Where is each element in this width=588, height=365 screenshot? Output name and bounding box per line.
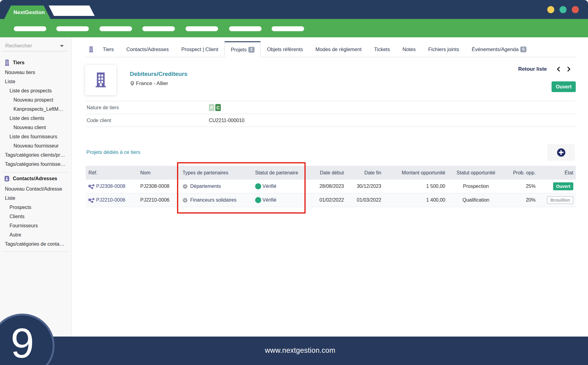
tab-objets-referents[interactable]: Objets référents [261,41,309,57]
sidebar-item-tags-contacts[interactable]: Tags/catégories de conta… [0,240,71,249]
sidebar-item-prospects[interactable]: Prospects [0,203,71,212]
record-status-button[interactable]: Ouvert [552,81,576,92]
tab-evenements-agenda[interactable]: Événements/Agenda 5 [466,41,533,57]
tab-projets[interactable]: Projets 2 [224,41,261,57]
partner-status: Vérifié [262,184,276,189]
date-debut: 01/02/2022 [319,197,344,203]
prob-opp: 20% [526,197,536,203]
add-project-button[interactable] [547,144,575,161]
gear-icon [183,198,188,203]
sidebar-item-liste-tiers[interactable]: Liste [0,77,71,86]
tab-tickets[interactable]: Tickets [368,41,396,57]
tab-notes[interactable]: Notes [396,41,422,57]
record-title[interactable]: Debiteurs/Crediteurs [130,71,187,77]
tab-fichiers-joints[interactable]: Fichiers joints [422,41,466,57]
column-header-date-fin[interactable]: Date fin [347,166,384,180]
column-header-ref[interactable]: Réf. [86,166,138,180]
nav-menu-pill[interactable] [100,26,132,31]
date-debut: 28/08/2023 [319,184,344,189]
record-location: France - Allier [130,80,168,87]
search-placeholder: Rechercher [3,43,32,49]
badge-client: C [215,104,221,111]
column-header-nom[interactable]: Nom [138,166,177,180]
partner-type: Financeurs solidaires [190,197,236,203]
building-icon [5,60,9,66]
column-header-statut-partenaire[interactable]: Statut de partenaire [253,166,305,180]
statut-opportunite: Qualification [462,197,489,203]
status-dot-icon [255,197,261,203]
montant: 1 500,00 [426,184,445,189]
sidebar-item-nouveau-fournisseur[interactable]: Nouveau fournisseur [0,141,71,151]
column-header-prob[interactable]: Prob. opp. [504,166,538,180]
badge-prospect: P [209,104,214,111]
nav-menu-pill[interactable] [272,26,304,31]
sidebar-item-fournisseurs[interactable]: Fournisseurs [0,221,71,230]
app-window: NextGestion Rechercher Tiers Nouveau tie… [0,0,588,365]
sidebar-section-title-tiers[interactable]: Tiers [0,58,71,67]
sidebar-item-liste-contacts[interactable]: Liste [0,194,71,203]
nav-menu-pill[interactable] [229,26,262,31]
column-header-date-debut[interactable]: Date début [305,166,347,180]
chevron-right-icon[interactable] [566,66,571,72]
window-controls [547,6,579,13]
tab-agenda-count-badge: 5 [520,47,526,53]
sidebar-section-title-contacts[interactable]: Contacts/Adresses [0,174,71,183]
sidebar-item-nouveau-contact[interactable]: Nouveau Contact/Adresse [0,184,71,194]
nav-menu-pill[interactable] [142,26,175,31]
back-to-list-link[interactable]: Retour liste [518,66,547,72]
project-ref-link[interactable]: PJ2210-0006 [96,197,125,203]
row-status-button-brouillon[interactable]: Brouillon [547,196,573,204]
column-header-types-partenaires[interactable]: Types de partenaires [177,166,253,180]
chevron-left-icon[interactable] [556,66,561,72]
row-status-button-ouvert[interactable]: Ouvert [553,182,573,190]
sidebar-item-tags-clients[interactable]: Tags/catégories clients/pr… [0,151,71,160]
secondary-tab[interactable] [49,6,95,16]
building-icon [89,47,93,52]
sidebar-item-autre[interactable]: Autre [0,230,71,240]
column-header-montant[interactable]: Montant opportunité [384,166,448,180]
nature-badges: P C [209,104,221,111]
project-name: PJ2308-0008 [140,184,169,189]
partner-type: Départements [190,184,221,189]
sidebar-divider [2,172,69,173]
tab-contacts-adresses[interactable]: Contacts/Adresses [120,41,175,57]
project-ref-link[interactable]: PJ2308-0008 [96,184,125,189]
status-dot-icon [255,183,261,189]
sidebar-item-nouveau-prospect[interactable]: Nouveau prospect [0,95,71,105]
tab-home[interactable] [86,41,96,57]
footer: www.nextgestion.com [0,337,588,365]
sitemap-icon [89,184,94,189]
nav-menu-pill[interactable] [186,26,218,31]
brand-logo[interactable]: NextGestion [13,9,45,16]
window-dot-green[interactable] [560,6,567,13]
tab-modes-de-reglement[interactable]: Modes de règlement [309,41,368,57]
sidebar-section-tiers: Tiers Nouveau tiers Liste Liste des pros… [0,58,71,169]
column-header-statut-opportunite[interactable]: Statut opportunité [448,166,504,180]
sitemap-icon [89,198,94,203]
nav-menu-pill[interactable] [14,26,46,31]
sidebar-item-tags-fournisseurs[interactable]: Tags/catégories fournisse… [0,160,71,169]
montant: 1 400,00 [426,197,445,203]
search-input[interactable]: Rechercher [3,40,67,51]
detail-row-code-client: Code client CU2211-000010 [86,114,576,127]
sidebar-item-nouveau-client[interactable]: Nouveau client [0,123,71,132]
sidebar-item-kanprospects[interactable]: Kanprospects_LeftM… [0,105,71,114]
window-dot-red[interactable] [572,6,579,13]
nav-menu-pill[interactable] [56,26,89,31]
tabbar: Tiers Contacts/Adresses Prospect | Clien… [86,41,533,57]
sidebar-item-clients[interactable]: Clients [0,212,71,221]
record-avatar [85,65,116,95]
prob-opp: 25% [526,184,536,189]
window-dot-yellow[interactable] [547,6,554,13]
statut-opportunite: Prospection [463,184,489,189]
column-header-etat[interactable]: État [538,166,576,180]
tab-prospect-client[interactable]: Prospect | Client [175,41,225,57]
sidebar-item-liste-des-prospects[interactable]: Liste des prospects [0,86,71,95]
tab-tiers[interactable]: Tiers [96,41,120,57]
sidebar-item-nouveau-tiers[interactable]: Nouveau tiers [0,68,71,77]
sidebar-item-liste-des-clients[interactable]: Liste des clients [0,114,71,123]
partner-status: Vérifié [262,197,276,203]
gear-icon [183,184,188,189]
detail-label: Code client [86,118,209,123]
sidebar-item-liste-des-fournisseurs[interactable]: Liste des fournisseurs [0,132,71,141]
